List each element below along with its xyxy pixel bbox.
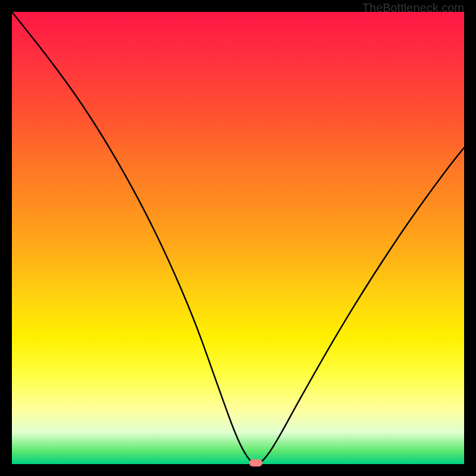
plot-area xyxy=(12,12,464,464)
bottleneck-curve xyxy=(12,12,464,464)
optimal-marker xyxy=(249,459,262,466)
watermark-text: TheBottleneck.com xyxy=(362,1,464,15)
chart-frame: TheBottleneck.com xyxy=(0,0,476,476)
